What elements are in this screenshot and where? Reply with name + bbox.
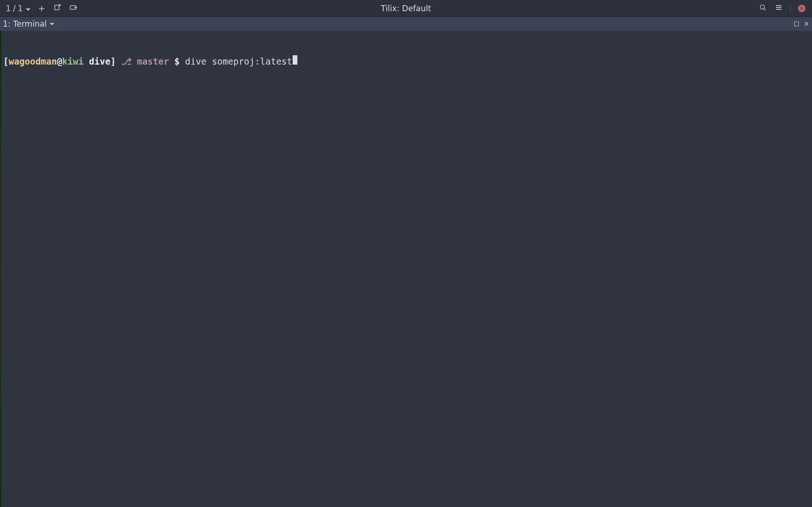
prompt-rbracket: ] (111, 56, 116, 67)
prompt-space2 (116, 56, 121, 67)
prompt-space5 (180, 56, 185, 67)
svg-point-2 (760, 5, 765, 9)
session-total: 1 (18, 3, 23, 13)
typed-command: dive someproj:latest (185, 56, 292, 67)
prompt-line: [wagoodman@kiwi dive] ⎇ master $ dive so… (3, 55, 810, 67)
prompt-user: wagoodman (8, 56, 57, 67)
git-branch-name: master (137, 56, 169, 67)
prompt-host: kiwi (62, 56, 84, 67)
pane-controls: ✕ (794, 20, 809, 28)
prompt-sigil: $ (174, 56, 179, 67)
prompt-lbracket: [ (3, 56, 8, 67)
new-window-icon (54, 4, 61, 13)
terminal-cursor (293, 55, 297, 65)
terminal-tab[interactable]: 1: Terminal (3, 19, 54, 29)
hamburger-menu-icon (775, 4, 782, 13)
session-separator: / (13, 3, 15, 13)
terminal-tab-label: 1: Terminal (3, 19, 47, 29)
new-session-button[interactable]: + (35, 2, 48, 15)
prompt-space3 (132, 56, 137, 67)
session-current: 1 (6, 3, 11, 13)
svg-line-3 (764, 8, 766, 10)
window-close-button[interactable] (795, 2, 808, 15)
session-counter[interactable]: 1 / 1 (4, 3, 32, 13)
sync-input-icon (70, 4, 77, 13)
titlebar-divider (790, 4, 790, 13)
sync-input-button[interactable] (67, 2, 80, 15)
titlebar-right-controls (756, 2, 808, 15)
pane-maximize-button[interactable] (794, 22, 799, 26)
close-icon (798, 5, 805, 12)
search-button[interactable] (756, 2, 769, 15)
svg-rect-0 (55, 5, 59, 10)
search-icon (759, 4, 767, 13)
git-branch-icon: ⎇ (121, 56, 132, 67)
plus-icon: + (38, 4, 45, 13)
prompt-space4 (169, 56, 174, 67)
maximize-icon (794, 22, 799, 26)
titlebar-left-controls: 1 / 1 + (4, 2, 80, 15)
chevron-down-icon (50, 19, 54, 29)
window-title: Tilix: Default (0, 4, 812, 13)
prompt-space (84, 56, 89, 67)
terminal-pane[interactable]: [wagoodman@kiwi dive] ⎇ master $ dive so… (1, 31, 812, 507)
prompt-dir: dive (89, 56, 111, 67)
window-titlebar: 1 / 1 + Tilix: Default (0, 0, 812, 17)
pane-close-button[interactable]: ✕ (804, 20, 809, 28)
new-window-button[interactable] (51, 2, 64, 15)
pane-close-icon: ✕ (804, 20, 809, 28)
prompt-at: @ (57, 56, 62, 67)
chevron-down-icon (26, 3, 30, 13)
terminal-container: [wagoodman@kiwi dive] ⎇ master $ dive so… (0, 31, 812, 507)
session-bar: 1: Terminal ✕ (0, 17, 812, 31)
app-menu-button[interactable] (772, 2, 785, 15)
